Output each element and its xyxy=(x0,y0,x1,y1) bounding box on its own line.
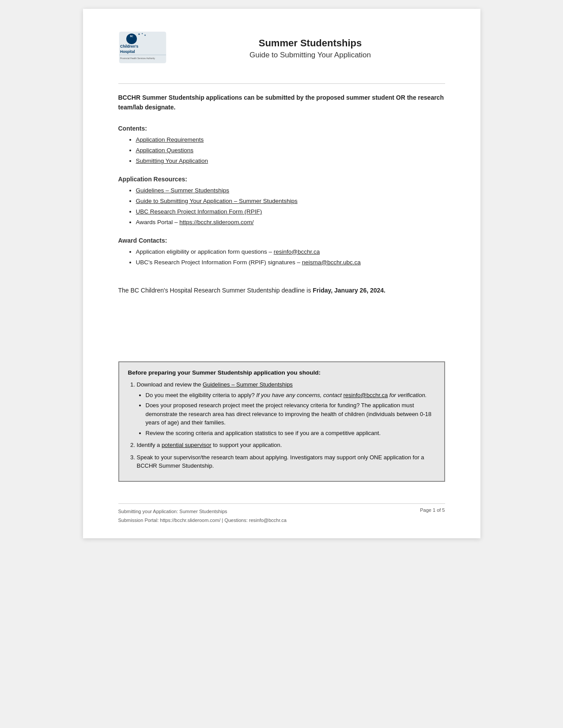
list-item: UBC Research Project Information Form (R… xyxy=(136,207,445,216)
infobox-step-1: Download and review the Guidelines – Sum… xyxy=(137,380,435,437)
resources-section: Application Resources: Guidelines – Summ… xyxy=(118,176,445,227)
page-document: BC ✦ ✦ ✦ Children's Hospital Provincial … xyxy=(83,9,480,538)
resource-awards-prefix: Awards Portal – xyxy=(136,219,180,225)
contents-link-submitting[interactable]: Submitting Your Application xyxy=(136,158,208,164)
step2-prefix: Identify a xyxy=(137,442,162,448)
svg-text:✦: ✦ xyxy=(138,33,140,36)
list-item: Do you meet the eligibility criteria to … xyxy=(146,391,435,400)
svg-text:BC: BC xyxy=(130,35,133,38)
infobox-step-2: Identify a potential supervisor to suppo… xyxy=(137,441,435,450)
contents-title: Contents: xyxy=(118,125,445,132)
logo-area: BC ✦ ✦ ✦ Children's Hospital Provincial … xyxy=(118,31,176,66)
resource-link-1[interactable]: Guidelines – Summer Studentships xyxy=(136,187,230,194)
deadline-section: The BC Children's Hospital Research Summ… xyxy=(118,285,445,295)
list-item: Submitting Your Application xyxy=(136,157,445,165)
svg-text:✦: ✦ xyxy=(141,32,143,35)
step2-suffix: to support your application. xyxy=(212,442,282,448)
contacts-title: Award Contacts: xyxy=(118,237,445,244)
contents-link-requirements[interactable]: Application Requirements xyxy=(136,136,204,143)
svg-text:Provincial Health Services Aut: Provincial Health Services Authority xyxy=(120,57,155,60)
contacts-list: Application eligibility or application f… xyxy=(118,248,445,267)
step2-link[interactable]: potential supervisor xyxy=(162,442,212,448)
list-item: Guide to Submitting Your Application – S… xyxy=(136,197,445,206)
step1-bullets: Do you meet the eligibility criteria to … xyxy=(137,391,435,438)
svg-text:Hospital: Hospital xyxy=(120,49,135,54)
bullet1-link[interactable]: resinfo@bcchr.ca xyxy=(344,392,388,398)
bullet2-text: Does your proposed research project meet… xyxy=(146,402,431,426)
list-item: Guidelines – Summer Studentships xyxy=(136,186,445,195)
list-item: UBC's Research Project Information Form … xyxy=(136,258,445,267)
list-item: Application eligibility or application f… xyxy=(136,248,445,256)
contents-link-questions[interactable]: Application Questions xyxy=(136,147,194,154)
svg-text:Children's: Children's xyxy=(120,44,138,49)
bullet1-italic-end: for verification. xyxy=(388,392,427,398)
infobox-title: Before preparing your Summer Studentship… xyxy=(128,369,435,376)
resource-link-awards[interactable]: https://bcchr.slideroom.com/ xyxy=(179,219,253,225)
list-item: Application Questions xyxy=(136,146,445,155)
list-item: Review the scoring criteria and applicat… xyxy=(146,429,435,438)
contact-text-2: UBC's Research Project Information Form … xyxy=(136,259,302,266)
page-footer: Submitting your Application: Summer Stud… xyxy=(118,503,445,525)
svg-rect-8 xyxy=(119,55,166,55)
contact-email-2[interactable]: neisma@bcchr.ubc.ca xyxy=(302,259,361,266)
intro-paragraph: BCCHR Summer Studentship applications ca… xyxy=(118,83,445,113)
infobox: Before preparing your Summer Studentship… xyxy=(118,361,445,482)
contact-text-1: Application eligibility or application f… xyxy=(136,248,274,255)
contacts-section: Award Contacts: Application eligibility … xyxy=(118,237,445,267)
subtitle: Guide to Submitting Your Application xyxy=(176,51,445,60)
resources-list: Guidelines – Summer Studentships Guide t… xyxy=(118,186,445,227)
deadline-prefix: The BC Children's Hospital Research Summ… xyxy=(118,287,313,294)
step3-text: Speak to your supervisor/the research te… xyxy=(137,454,424,469)
svg-text:✦: ✦ xyxy=(144,34,146,37)
list-item: Awards Portal – https://bcchr.slideroom.… xyxy=(136,218,445,227)
step1-text: Download and review the xyxy=(137,381,203,388)
bullet1-text: Do you meet the eligibility criteria to … xyxy=(146,392,257,398)
page-header: BC ✦ ✦ ✦ Children's Hospital Provincial … xyxy=(118,31,445,66)
infobox-steps: Download and review the Guidelines – Sum… xyxy=(128,380,435,470)
bullet1-italic: If you have any concerns, contact xyxy=(256,392,343,398)
list-item: Application Requirements xyxy=(136,135,445,144)
bullet3-text: Review the scoring criteria and applicat… xyxy=(146,430,381,436)
contact-email-1[interactable]: resinfo@bcchr.ca xyxy=(274,248,320,255)
contents-list: Application Requirements Application Que… xyxy=(118,135,445,166)
deadline-date: Friday, January 26, 2024. xyxy=(313,287,385,294)
footer-line2: Submission Portal: https://bcchr.slidero… xyxy=(118,516,445,525)
infobox-step-3: Speak to your supervisor/the research te… xyxy=(137,453,435,470)
header-title: Summer Studentships Guide to Submitting … xyxy=(176,38,445,60)
logo-icon: BC ✦ ✦ ✦ Children's Hospital Provincial … xyxy=(118,31,167,64)
list-item: Does your proposed research project meet… xyxy=(146,401,435,427)
step1-link[interactable]: Guidelines – Summer Studentships xyxy=(203,381,293,388)
page-number: Page 1 of 5 xyxy=(420,507,445,513)
intro-text: BCCHR Summer Studentship applications ca… xyxy=(118,94,444,111)
resource-link-3[interactable]: UBC Research Project Information Form (R… xyxy=(136,208,262,215)
footer-line1: Submitting your Application: Summer Stud… xyxy=(118,507,445,516)
resource-link-2[interactable]: Guide to Submitting Your Application – S… xyxy=(136,198,298,204)
contents-section: Contents: Application Requirements Appli… xyxy=(118,125,445,166)
main-title: Summer Studentships xyxy=(176,38,445,49)
resources-title: Application Resources: xyxy=(118,176,445,183)
